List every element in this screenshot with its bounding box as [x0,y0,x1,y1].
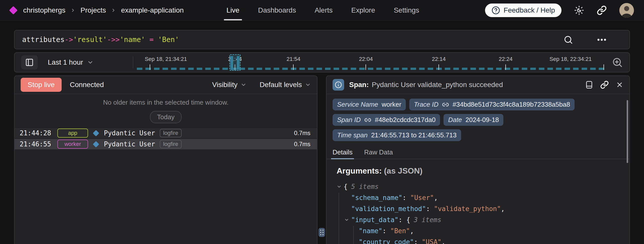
tick-mark [293,64,294,70]
top-nav: christophergs Projects example-applicati… [0,0,644,21]
json-line: "country_code": "USA", [337,236,623,244]
service-badge[interactable]: app [57,129,88,138]
live-view-panel: Stop live Connected Visibility Default l… [14,75,317,244]
scope-tag[interactable]: logfire [160,129,182,137]
info-icon [333,79,344,91]
tick-mark [366,64,366,70]
dock-panel-icon[interactable] [585,80,593,89]
theme-toggle-icon[interactable] [574,5,584,15]
timeline-tick-label: Sep 18, 22:34:21 [549,56,592,62]
row-duration: 0.7ms [287,130,310,137]
today-chip[interactable]: Today [150,111,181,123]
arguments-heading: Arguments: (as JSON) [337,166,623,176]
indent-guide [339,193,339,244]
query-token: ->> [107,35,120,44]
main-tabs: Live Dashboards Alerts Explore Settings [226,0,419,20]
timeline-tick-label: 22:14 [432,56,446,62]
span-row[interactable]: 21:46:55 worker Pydantic User logfire 0.… [15,138,317,149]
query-input[interactable]: attributes->'result'->>'name' = 'Ben' [14,30,630,49]
tick-mark [150,64,150,70]
chevron-down-icon [87,59,94,66]
arguments-json-tree: {5 items "schema_name": "User", "validat… [337,181,623,244]
stop-live-button[interactable]: Stop live [21,78,62,92]
link-icon [442,101,449,108]
tab-dashboards[interactable]: Dashboards [258,0,296,20]
timeline-track[interactable]: Sep 18, 21:34:21 21:44 21:54 22:04 22:14… [137,53,604,72]
tick-mark [438,64,439,70]
query-token: 'name' [120,35,145,44]
json-line: "name": "Ben", [337,225,623,236]
panel-resize-handle[interactable] [318,228,325,237]
timeline-activity-dashes [137,68,604,70]
span-row-title: Pydantic User [104,140,155,148]
histogram-bar [230,56,233,70]
connection-status: Connected [70,81,104,89]
span-row[interactable]: 21:44:28 app Pydantic User logfire 0.7ms [15,127,317,138]
tab-live[interactable]: Live [226,0,239,20]
query-token: attributes [22,35,65,44]
logfire-logo-icon[interactable] [9,6,18,15]
close-icon[interactable] [616,81,623,89]
sidebar-toggle-button[interactable] [21,55,38,69]
span-kind-diamond-icon [93,141,99,147]
zoom-in-icon[interactable] [612,57,623,68]
tab-raw-data[interactable]: Raw Data [364,146,393,159]
time-span-badge: Time span 21:46:55.713 to 21:46:55.713 [333,129,461,141]
share-link-icon[interactable] [597,5,607,15]
user-avatar[interactable] [619,3,634,18]
breadcrumb-project[interactable]: example-application [121,6,184,14]
empty-window-message: No older items in the selected time wind… [15,99,317,106]
span-row-title: Pydantic User [104,129,155,137]
scrollbar-thumb[interactable] [627,100,628,163]
question-circle-icon [492,6,500,15]
breadcrumb-projects[interactable]: Projects [80,6,106,14]
timeline-tick-label: 22:04 [359,56,373,62]
timeline-tick-label: 21:54 [287,56,300,62]
default-levels-dropdown[interactable]: Default levels [260,81,311,89]
json-line: "validation_method": "validate_python", [337,203,623,214]
divider [133,56,133,68]
query-token: 'Ben' [158,35,179,44]
breadcrumb-org[interactable]: christophergs [23,6,65,14]
tab-alerts[interactable]: Alerts [315,0,333,20]
query-token: 'result' [73,35,107,44]
service-badge[interactable]: worker [57,140,88,149]
span-meta-badges: Service Name worker Trace ID #34bd8e51d7… [327,94,629,141]
service-name-badge: Service Name worker [333,99,406,110]
collapse-toggle-icon[interactable] [344,217,349,222]
trace-id-badge[interactable]: Trace ID #34bd8e51d73c3f4c8a189b72338a5b… [409,99,575,110]
json-line: "schema_name": "User", [337,192,623,203]
scope-tag[interactable]: logfire [160,140,182,148]
span-id-badge[interactable]: Span ID #48eb2cdcdc317da0 [333,114,440,126]
collapse-toggle-icon[interactable] [337,184,342,189]
query-token: -> [65,35,73,44]
indent-guide [353,226,354,244]
tick-mark [603,64,604,70]
histogram-bar [237,56,239,70]
tab-settings[interactable]: Settings [394,0,419,20]
panel-left-icon [25,58,34,67]
row-duration: 0.7ms [287,141,310,148]
span-detail-panel: Span: Pydantic User validate_python succ… [326,75,630,244]
feedback-help-button[interactable]: Feedback / Help [485,4,561,17]
timeline-tick-label: Sep 18, 21:34:21 [145,56,187,62]
link-icon [364,116,371,124]
copy-link-icon[interactable] [600,80,609,89]
span-detail-title: Pydantic User validate_python succeeded [372,81,503,89]
visibility-dropdown[interactable]: Visibility [212,81,247,89]
span-detail-label: Span: [349,81,369,89]
timeline-selection[interactable] [229,54,241,71]
row-timestamp: 21:46:55 [20,140,53,148]
tab-explore[interactable]: Explore [351,0,375,20]
timeline-tick-label: 22:24 [499,56,512,62]
tab-details[interactable]: Details [333,146,352,159]
time-range-dropdown[interactable]: Last 1 hour [48,58,94,66]
json-line: {5 items [337,181,623,192]
chevron-down-icon [305,82,311,88]
date-badge: Date 2024-09-18 [444,114,503,126]
span-kind-diamond-icon [93,130,99,136]
detail-tabs: Details Raw Data [327,146,629,159]
breadcrumb: christophergs Projects example-applicati… [10,6,184,14]
chevron-right-icon [70,8,75,13]
query-token: = [145,35,158,44]
